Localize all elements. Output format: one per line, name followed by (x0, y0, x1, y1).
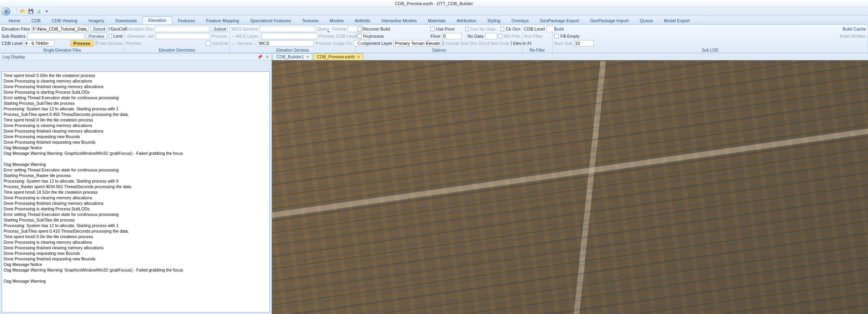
open-icon[interactable]: 📂 (20, 8, 26, 15)
recover-build-label: Recover Build (363, 27, 390, 31)
doc-tab-label: CDB_Preview.earth (317, 54, 355, 59)
map-viewport[interactable] (272, 60, 868, 314)
build-cache-button[interactable]: Build Cache (843, 27, 866, 31)
print-icon[interactable]: 🖨 (36, 8, 42, 15)
has-nodata-checkbox[interactable] (95, 41, 97, 46)
sub-rasters-label: Sub Rasters (2, 34, 26, 39)
group-refilter: CDB Level Run Filter Re-Filter (522, 25, 553, 53)
ribbon-tab-geopackage-import[interactable]: GeoPackage Import (584, 17, 634, 24)
reprocess-label: Reprocess (363, 34, 384, 39)
group-single-elevation-files: Elevation Files Select GeoCell Sub Raste… (0, 25, 124, 53)
doc-tab-label: CDB_Builder1 (276, 54, 304, 59)
no-data-input[interactable] (485, 33, 497, 39)
svc-cdb-level-label: CDB Level (336, 34, 357, 39)
group-options: Recover Build Use Floor Use No Data Ck O… (356, 25, 522, 53)
ribbon-tab-models[interactable]: Models (324, 17, 349, 24)
elevation-dirs-input[interactable] (155, 26, 209, 32)
elevation-files-input[interactable] (32, 26, 89, 32)
reprocess-checkbox[interactable] (358, 34, 361, 39)
ribbon-tab-features[interactable]: Features (172, 17, 201, 24)
use-no-data-checkbox[interactable] (465, 27, 469, 31)
new-icon[interactable]: 📄 (12, 8, 18, 15)
limit-checkbox[interactable] (109, 34, 112, 39)
view-panel: CDB_Builder1×CDB_Preview.earth× (272, 53, 868, 314)
ribbon-tab-model-export[interactable]: Model Export (658, 17, 695, 24)
bld-prim-checkbox[interactable] (499, 34, 503, 39)
save-icon[interactable]: 💾 (28, 8, 34, 15)
ribbon-body: Elevation Files Select GeoCell Sub Raste… (0, 25, 868, 53)
ribbon-tab-elevation[interactable]: Elevation (142, 16, 172, 24)
num-sub-label: Num Sub (554, 41, 572, 46)
ribbon-tab-airfields[interactable]: Airfields (349, 17, 376, 24)
window-title: CDB_Preview.earth - DTT_CDB_Builder (0, 0, 868, 7)
bld-prim-label: Bld Prim (504, 34, 520, 39)
dirs-preview-label: Preview (126, 41, 141, 46)
group-title-sublod: Sub LOD (553, 48, 868, 52)
doc-tab[interactable]: CDB_Preview.earth× (313, 53, 363, 60)
component-layer-combo[interactable] (394, 40, 441, 46)
qat-dropdown-icon[interactable]: ▾ (44, 8, 50, 15)
log-panel-title: Log Display (2, 54, 25, 59)
close-tab-icon[interactable]: × (306, 54, 309, 59)
document-area: Log Display 📌 ✕ Time spent hms0 5 50in t… (0, 53, 868, 314)
ribbon-tab-attribution[interactable]: Attribution (451, 17, 482, 24)
ribbon-tab-cdb[interactable]: CDB (26, 17, 46, 24)
ribbon-tab-cdb-viewing[interactable]: CDB Viewing (46, 17, 83, 24)
run-filter-label: Run Filter (524, 34, 543, 39)
image-ov-label: Image Ov (333, 41, 352, 46)
floor-input[interactable] (442, 33, 462, 39)
close-tab-icon[interactable]: × (357, 54, 359, 59)
geocell-checkbox[interactable] (109, 27, 109, 31)
use-floor-checkbox[interactable] (430, 27, 434, 31)
include-sub-dirs-checkbox[interactable] (443, 41, 444, 46)
preview-button[interactable]: Preview (86, 33, 107, 39)
ribbon-tab-textures[interactable]: Textures (296, 17, 324, 24)
component-layer-label: Component Layer (358, 41, 392, 46)
dirs-geocell-checkbox[interactable] (206, 41, 210, 46)
wcs-layer-label: ---WCS Layer- (231, 34, 260, 39)
group-title-options: Options (356, 48, 522, 52)
sub-rasters-input[interactable] (27, 33, 84, 39)
wcs-servers-label: WCS Servers (231, 27, 258, 31)
elev-in-ft-checkbox[interactable] (511, 41, 512, 46)
ribbon-tab-imagery[interactable]: Imagery (83, 17, 110, 24)
ribbon-tab-downloads[interactable]: Downloads (110, 17, 142, 24)
wcs-servers-combo[interactable] (260, 26, 316, 32)
ribbon-tab-interactive-models[interactable]: Interactive Models (376, 17, 422, 24)
ck-ocn-checkbox[interactable] (501, 27, 505, 31)
recover-build-checkbox[interactable] (358, 27, 361, 31)
svc-process-label: Process (315, 41, 331, 46)
log-panel-header: Log Display 📌 ✕ (0, 53, 271, 60)
dirs-select-button[interactable]: Select (211, 26, 228, 32)
elevation-ext-input[interactable] (155, 33, 210, 39)
ribbon-tab-home[interactable]: Home (3, 17, 26, 24)
build-button[interactable]: Build (554, 27, 564, 31)
ribbon-tab-queue[interactable]: Queue (634, 17, 658, 24)
cdb-level-combo[interactable] (24, 40, 54, 46)
select-button[interactable]: Select (90, 26, 107, 32)
app-menu-button[interactable] (2, 8, 10, 15)
ribbon-tab-feature-mapping[interactable]: Feature Mapping (201, 17, 245, 24)
fill-empty-checkbox[interactable] (554, 34, 559, 39)
num-sub-input[interactable] (574, 40, 594, 46)
no-data-label: No Data (467, 34, 483, 39)
elevation-ext-label: -Elevation .ext (126, 34, 154, 39)
ribbon-tab-geopackage-export[interactable]: GeoPackage Export (534, 17, 584, 24)
service-combo[interactable] (258, 40, 314, 46)
pin-icon[interactable]: 📌 (257, 54, 263, 59)
process-button[interactable]: Process (71, 40, 93, 46)
ribbon-tab-materials[interactable]: Materials (422, 17, 451, 24)
close-icon[interactable]: ✕ (266, 54, 269, 59)
log-text-area[interactable]: Time spent hms0 5 50in the tile createio… (2, 71, 270, 312)
ribbon-tab-styling[interactable]: Styling (482, 17, 506, 24)
group-title-dirs: Elevation Directories (124, 48, 229, 52)
group-title-refilter: Re-Filter (522, 48, 552, 52)
floor-label: Floor (430, 34, 440, 39)
wcs-layer-combo[interactable] (261, 33, 317, 39)
svc-preview-label: Preview (319, 34, 335, 39)
use-no-data-label: Use No Data (470, 27, 495, 31)
ribbon-tab-specialized-features[interactable]: Specialized Features (245, 17, 296, 24)
ribbon-tab-overlays[interactable]: Overlays (506, 17, 534, 24)
quick-access-toolbar: 📄 📂 💾 🖨 ▾ (0, 7, 868, 16)
doc-tab[interactable]: CDB_Builder1× (273, 53, 312, 60)
